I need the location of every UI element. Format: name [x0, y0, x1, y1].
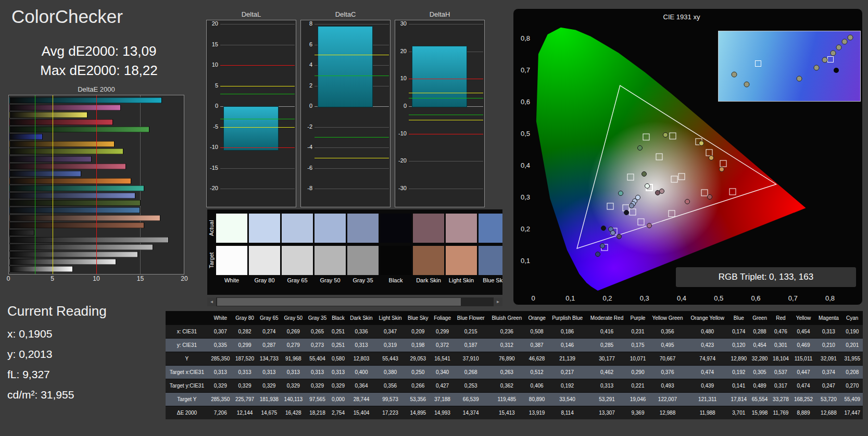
table-cell: 18,218 — [305, 406, 329, 420]
axis-tick-label: -10 — [395, 130, 407, 136]
reading-cdm2: cd/m²: 31,955 — [7, 389, 74, 401]
table-cell: 0,236 — [488, 325, 525, 339]
deltae-bar-cyan — [9, 97, 162, 103]
table-cell: 12,144 — [233, 406, 257, 420]
deltae-bar-blue — [9, 134, 43, 140]
measurement-table: WhiteGray 80Gray 65Gray 50Gray 35BlackDa… — [166, 311, 863, 419]
deltae-bar-blue-flower — [9, 193, 135, 198]
inset-circle-point — [744, 81, 750, 87]
gridline — [315, 147, 389, 148]
scroll-right-arrow-icon[interactable]: ► — [494, 297, 502, 306]
actual-swatch — [347, 214, 379, 243]
table-cell: 0,250 — [405, 366, 431, 379]
table-cell: 225,797 — [233, 393, 257, 406]
table-cell: 16,428 — [281, 406, 305, 420]
swatch-column-black: Black — [380, 214, 411, 285]
table-cell: 0,313 — [208, 366, 233, 379]
axis-tick-label: -5 — [207, 123, 218, 130]
table-cell: 0,512 — [525, 366, 548, 379]
column-header: Cyan — [841, 312, 863, 325]
axis-tick-label: 0 — [301, 103, 312, 109]
target-swatch — [479, 246, 502, 275]
table-cell: 0,406 — [525, 379, 548, 393]
axis-tick-label: 20 — [207, 20, 218, 27]
measured-point — [637, 145, 643, 151]
deltae-bar-foliage — [9, 200, 141, 206]
swatch-column-light-skin: Light Skin — [446, 214, 477, 285]
table-cell: 0,266 — [405, 379, 431, 393]
target-point — [720, 160, 726, 167]
deltae-bar-white — [9, 266, 73, 272]
axis-tick-label: 0,5 — [714, 294, 723, 302]
deltae-bar-orange-yellow — [9, 141, 115, 147]
table-cell: 0,282 — [233, 325, 257, 339]
table-cell: 10,071 — [627, 352, 648, 366]
table-cell: 0,336 — [347, 325, 375, 339]
row-label: x: CIE31 — [166, 325, 208, 339]
summary-stats: Avg dE2000: 13,09 Max dE2000: 18,22 — [16, 42, 182, 80]
measured-point — [709, 155, 714, 160]
table-cell: 0,209 — [405, 325, 431, 339]
column-header: Gray 50 — [281, 312, 305, 325]
table-cell: 80,890 — [525, 393, 548, 406]
deltae-bar-gray-80 — [9, 259, 116, 265]
deltae-2000-chart: DeltaE 2000 05101520 — [8, 85, 184, 294]
axis-tick-label: 0,4 — [521, 161, 530, 169]
table-cell: 0,476 — [770, 325, 791, 339]
scroll-left-arrow-icon[interactable]: ◄ — [207, 297, 216, 306]
table-cell: 0,247 — [815, 379, 841, 393]
axis-tick-label: 0,8 — [521, 34, 530, 42]
table-cell: 74,974 — [687, 352, 728, 366]
table-cell: 17,223 — [376, 406, 405, 420]
table-cell: 17,447 — [841, 406, 863, 420]
table-cell: 0,265 — [305, 325, 329, 339]
deltac-chart: DeltaC 86420-2-4-6-8 — [300, 10, 391, 219]
axis-tick-label: -8 — [301, 185, 312, 191]
target-swatch — [380, 246, 411, 275]
measured-point — [629, 203, 634, 208]
swatch-label: Gray 65 — [282, 277, 313, 285]
table-cell: 0,000 — [330, 393, 347, 406]
table-row: Target y:CIE310,3290,3290,3290,3290,3290… — [166, 379, 863, 393]
ref-line — [409, 120, 483, 120]
axis-tick-label: 0,2 — [521, 225, 530, 233]
table-cell: 33,540 — [548, 393, 586, 406]
table-cell: 0,192 — [548, 379, 586, 393]
table-corner — [166, 312, 208, 325]
column-header: Blue — [728, 312, 749, 325]
table-cell: 122,007 — [648, 393, 687, 406]
table-cell: 0,356 — [376, 379, 405, 393]
table-cell: 0,301 — [770, 339, 791, 352]
ref-line — [96, 95, 97, 274]
ref-line — [220, 94, 295, 94]
target-point — [729, 188, 736, 195]
swatch-scrollbar[interactable]: ◄ ► — [207, 297, 502, 306]
table-row: Target Y285,350225,797181,938140,11397,5… — [166, 393, 863, 406]
measured-point — [645, 183, 650, 189]
rgb-triplet-readout: RGB Triplet: 0, 133, 163 — [676, 267, 856, 287]
swatch-label: Gray 35 — [347, 277, 379, 285]
table-cell: 0,469 — [791, 339, 816, 352]
table-cell: 0,376 — [648, 366, 687, 379]
measurement-table-wrap: WhiteGray 80Gray 65Gray 50Gray 35BlackDa… — [166, 311, 863, 419]
deltac-chart-title: DeltaC — [300, 10, 391, 20]
cie-chart-title: CIE 1931 xy — [533, 13, 830, 21]
scrollbar-thumb[interactable] — [217, 298, 461, 306]
column-header: Moderate Red — [586, 312, 627, 325]
table-cell: 0,329 — [281, 379, 305, 393]
table-cell: 0,439 — [687, 379, 728, 393]
axis-tick-label: 0,1 — [521, 257, 530, 265]
table-cell: 0,489 — [749, 379, 770, 393]
table-cell: 0,313 — [347, 339, 375, 352]
table-cell: 19,046 — [627, 393, 648, 406]
table-cell: 0,317 — [770, 379, 791, 393]
gridline — [409, 189, 483, 189]
measured-point — [685, 199, 690, 204]
table-cell: 0,313 — [330, 366, 347, 379]
axis-tick-label: 15 — [207, 41, 218, 47]
table-cell: 12,803 — [347, 352, 375, 366]
swatch-panel: Actual Target WhiteGray 80Gray 65Gray 50… — [207, 209, 502, 295]
table-cell: 0,269 — [281, 325, 305, 339]
table-cell: 0,329 — [208, 379, 233, 393]
inset-circle-point — [822, 57, 828, 63]
